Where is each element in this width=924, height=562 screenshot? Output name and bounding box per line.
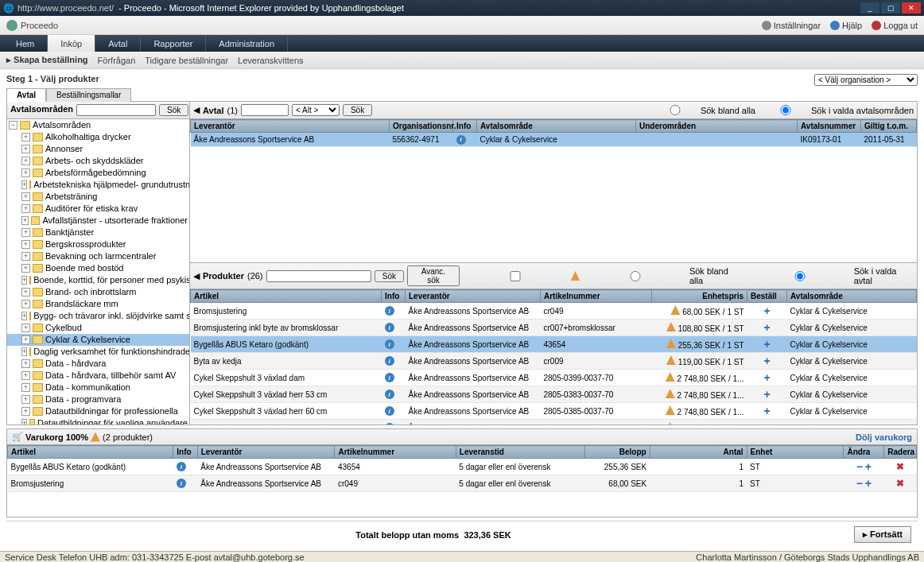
expand-icon[interactable]: + [21,180,27,189]
window-maximize[interactable]: ▢ [881,2,900,14]
avtal-radio-selected[interactable]: Sök i valda avtalsområden [762,105,914,115]
window-close[interactable]: ✕ [902,2,921,14]
info-icon[interactable]: i [385,339,394,349]
info-icon[interactable]: i [456,135,466,145]
info-icon[interactable]: i [385,390,394,399]
table-row[interactable]: Bygellås ABUS Ketaro (godkänt)iÅke Andre… [8,459,917,475]
tree-item[interactable]: +Cykelbud [7,322,189,334]
column-header[interactable]: Giltig t.o.m. [861,120,917,133]
prod-radio-selected[interactable]: Sök i valda avtal [747,266,914,285]
column-header[interactable]: Avtalsområde [477,120,636,133]
column-header[interactable]: Radera [884,446,917,459]
subnav-tidigare[interactable]: Tidigare beställningar [145,56,228,65]
tree-item[interactable]: +Arbets- och skyddskläder [7,155,189,167]
link-help[interactable]: Hjälp [830,21,862,30]
column-header[interactable]: Artikel [191,290,382,303]
tree-item[interactable]: +Alkoholhaltiga drycker [7,131,189,143]
tree-item[interactable]: +Data - kommunikation [7,382,189,393]
tree-item[interactable]: +Banktjänster [7,227,189,238]
add-to-cart-icon[interactable]: + [763,405,770,417]
tree-item[interactable]: +Datautbildningar för vanliga användare [7,417,189,424]
nav-admin[interactable]: Administration [206,35,288,52]
info-icon[interactable]: i [385,356,394,366]
tree-item[interactable]: +Brandsläckare mm [7,298,189,310]
expand-icon[interactable]: + [21,169,30,177]
tree-root[interactable]: −Avtalsområden [7,119,189,131]
expand-icon[interactable]: + [21,240,30,249]
table-row[interactable]: Cykel Skeppshult 3 växlad damiÅke Andrea… [191,370,917,386]
expand-icon[interactable]: + [21,312,27,320]
tree-item[interactable]: +Boende, korttid, för personer med psyki… [7,274,189,286]
collapse-icon[interactable]: ◀ [193,105,200,115]
column-header[interactable]: Antal [650,446,747,459]
tree-body[interactable]: −Avtalsområden+Alkoholhaltiga drycker+An… [7,119,189,424]
tree-item[interactable]: +Cyklar & Cykelservice [7,334,189,346]
expand-icon[interactable]: + [21,407,30,416]
info-icon[interactable]: i [385,406,394,416]
expand-icon[interactable]: + [21,192,30,201]
expand-icon[interactable]: + [21,300,30,308]
window-minimize[interactable]: _ [860,2,879,14]
tab-avtal[interactable]: Avtal [6,88,46,102]
column-header[interactable]: Info [173,446,197,459]
produkter-advanced-button[interactable]: Avanc. sök [407,265,460,286]
collapse-icon[interactable]: − [9,121,17,130]
tree-item[interactable]: +Auditörer för etiska krav [7,203,189,215]
table-row[interactable]: Bromsjustering inkl byte av bromsklossar… [191,320,917,336]
column-header[interactable]: Leverantör [197,446,335,459]
org-select[interactable]: < Välj organisation > [814,74,918,86]
tree-item[interactable]: +Data - hårdvara [7,358,189,370]
tree-item[interactable]: +Avfallstjänster - utsorterade fraktione… [7,215,189,227]
column-header[interactable]: Ändra [844,446,884,459]
column-header[interactable]: Artikelnummer [335,446,456,459]
info-icon[interactable]: i [177,479,186,488]
column-header[interactable]: Avtalsområde [787,290,917,303]
table-row[interactable]: Cykel Skeppshult 3 växlad herr 60 cmiÅke… [191,403,917,420]
nav-inkop[interactable]: Inköp [48,35,95,52]
expand-icon[interactable]: + [21,288,30,297]
avtal-radio-all[interactable]: Sök bland alla [651,105,755,115]
expand-icon[interactable]: + [21,228,30,237]
prod-radio-all[interactable]: Sök bland alla [583,266,741,285]
column-header[interactable]: Avtalsnummer [798,120,861,133]
info-icon[interactable]: i [385,373,394,382]
tree-item[interactable]: +Data - hårdvara, tillbehör samt AV [7,370,189,382]
add-to-cart-icon[interactable]: + [763,321,770,334]
column-header[interactable]: Organisationsnr. [390,120,453,133]
avtal-search-input[interactable] [241,104,289,116]
link-logout[interactable]: Logga ut [872,21,918,30]
delete-icon[interactable]: ✖ [896,461,904,472]
tree-item[interactable]: +Bygg- och trävaror inkl. slöjdvirke sam… [7,310,189,322]
expand-icon[interactable]: + [21,359,30,368]
add-to-cart-icon[interactable]: + [763,421,770,424]
column-header[interactable]: Enhetspris [652,290,747,303]
tree-item[interactable]: +Bevakning och larmcentraler [7,250,189,262]
subnav-skapa[interactable]: ▸ Skapa beställning [6,55,88,65]
table-row[interactable]: Åke Andreassons Sportservice AB556362-49… [191,133,917,147]
tree-item[interactable]: +Arbetstekniska hjälpmedel- grundutrustn… [7,179,189,191]
expand-icon[interactable]: + [21,252,30,261]
decrease-icon[interactable]: − [856,460,863,473]
favorite-filter-icon[interactable] [571,271,580,281]
tree-item[interactable]: +Arbetsförmågebedömning [7,167,189,179]
add-to-cart-icon[interactable]: + [763,338,770,351]
avtal-alt-select[interactable]: < Alt > [292,104,340,116]
table-row[interactable]: Bygellås ABUS Ketaro (godkänt)iÅke Andre… [191,336,917,353]
column-header[interactable]: Enhet [747,446,844,459]
column-header[interactable]: Info [382,290,406,303]
tree-item[interactable]: +Annonser [7,143,189,155]
add-to-cart-icon[interactable]: + [763,304,770,317]
expand-icon[interactable]: + [21,419,27,424]
expand-icon[interactable]: + [21,264,30,273]
expand-icon[interactable]: + [21,347,27,356]
tree-item[interactable]: +Bergskrossprodukter [7,238,189,250]
expand-icon[interactable]: + [21,216,29,225]
column-header[interactable]: Artikelnummer [541,290,652,303]
produkter-search-button[interactable]: Sök [375,270,404,282]
tree-item[interactable]: +Data - programvara [7,393,189,405]
expand-icon[interactable]: + [21,157,30,165]
nav-avtal[interactable]: Avtal [95,35,141,52]
tree-search-input[interactable] [76,104,156,116]
delete-icon[interactable]: ✖ [896,478,904,489]
expand-icon[interactable]: + [21,324,30,332]
